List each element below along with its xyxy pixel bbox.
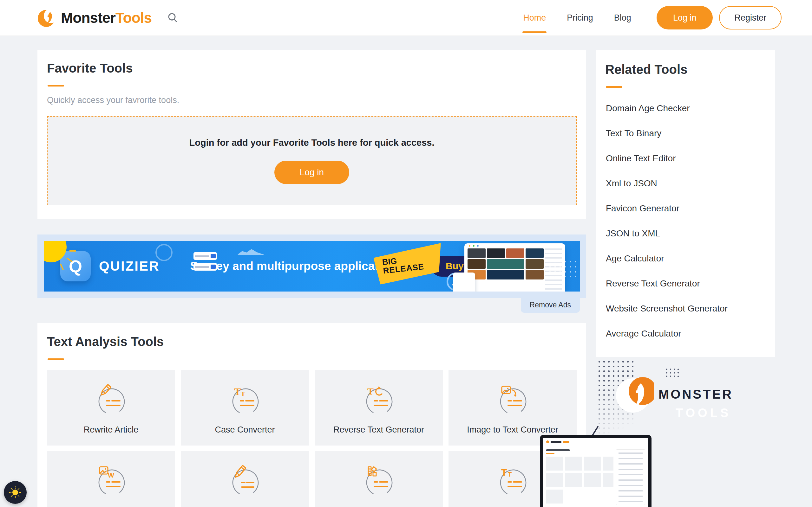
chart-card-decor xyxy=(453,273,475,291)
image-w-icon: W xyxy=(92,462,130,502)
favorite-tools-title: Favorite Tools xyxy=(47,61,577,75)
cloud-decor xyxy=(237,249,264,255)
related-link-text-to-binary[interactable]: Text To Binary xyxy=(605,121,766,146)
main-column: Favorite Tools Quickly access your favro… xyxy=(38,50,586,507)
favorite-tools-subtitle: Quickly access your favrorite tools. xyxy=(47,95,577,105)
related-link-json-to-xml[interactable]: JSON to XML xyxy=(605,221,766,246)
related-link-average-calculator[interactable]: Average Calculator xyxy=(605,321,766,346)
search-icon[interactable] xyxy=(167,12,178,23)
tool-card-rewrite-article[interactable]: Rewrite Article xyxy=(47,370,175,446)
quizier-logo: Q xyxy=(60,251,91,281)
ad-brand-name: QUIZIER xyxy=(99,259,159,274)
ui-chip-decor xyxy=(194,263,217,271)
tool-label: JPG To Word xyxy=(86,506,136,507)
accent-underline xyxy=(48,358,64,360)
circle-decor xyxy=(155,244,172,261)
dots-pattern-decor xyxy=(548,259,578,277)
text-rotate-icon: T xyxy=(360,381,398,420)
remove-ads-button[interactable]: Remove Ads xyxy=(521,298,580,313)
monster-logo-icon xyxy=(38,8,57,28)
main-nav: Home Pricing Blog xyxy=(522,11,632,25)
login-prompt-text: Login for add your Favorite Tools here f… xyxy=(189,137,435,148)
theme-toggle-button[interactable] xyxy=(4,481,27,504)
nav-item-home[interactable]: Home xyxy=(522,11,547,25)
svg-text:T: T xyxy=(367,386,374,396)
small-text-icon: T T xyxy=(494,462,531,502)
related-link-reverse-text-generator[interactable]: Reverse Text Generator xyxy=(605,271,766,296)
tool-grid: Rewrite Article T T Case Converte xyxy=(47,370,577,507)
ad-banner[interactable]: Q QUIZIER Survey and multipurpose applic… xyxy=(44,241,580,291)
svg-text:T: T xyxy=(508,471,512,478)
ad-tagline: Survey and multipurpose application xyxy=(190,260,396,273)
related-tools-title: Related Tools xyxy=(605,62,766,77)
nav-item-pricing[interactable]: Pricing xyxy=(566,11,594,25)
tool-card-rgb-to-hex-converter[interactable]: RGB to Hex Converter xyxy=(315,451,443,507)
page-content: Favorite Tools Quickly access your favro… xyxy=(0,36,812,507)
favorite-login-button[interactable]: Log in xyxy=(274,161,349,184)
related-link-age-calculator[interactable]: Age Calculator xyxy=(605,246,766,271)
tool-card-case-converter[interactable]: T T Case Converter xyxy=(181,370,309,446)
pencil-edit-icon xyxy=(226,462,264,502)
tool-label: Reverse Text Generator xyxy=(334,425,424,435)
svg-text:W: W xyxy=(108,471,114,479)
sidebar: Related Tools Domain Age Checker Text To… xyxy=(596,50,775,357)
tool-card-online-text-editor[interactable]: Online Text Editor xyxy=(181,451,309,507)
browser-dots xyxy=(467,245,480,247)
svg-text:T: T xyxy=(234,386,241,397)
register-button[interactable]: Register xyxy=(719,6,781,30)
brand-logo[interactable]: MonsterTools xyxy=(38,8,152,28)
image-arrow-icon xyxy=(494,381,531,420)
tool-label: Image to Text Converter xyxy=(467,425,558,435)
pencil-document-icon xyxy=(92,381,130,420)
big-release-ribbon: BIG RELEASE xyxy=(373,243,444,285)
tool-card-jpg-to-word[interactable]: W JPG To Word xyxy=(47,451,175,507)
related-link-xml-to-json[interactable]: Xml to JSON xyxy=(605,171,766,196)
ui-chip-decor xyxy=(194,252,217,260)
accent-underline xyxy=(606,86,622,88)
tool-card-image-to-text-converter[interactable]: Image to Text Converter xyxy=(449,370,577,446)
favorite-tools-section: Favorite Tools Quickly access your favro… xyxy=(38,50,586,219)
related-link-website-screenshot-generator[interactable]: Website Screenshot Generator xyxy=(605,296,766,321)
text-analysis-tools-title: Text Analysis Tools xyxy=(47,335,577,349)
top-navigation-bar: MonsterTools Home Pricing Blog Log in Re… xyxy=(0,0,812,36)
related-tools-list: Domain Age Checker Text To Binary Online… xyxy=(605,96,766,346)
related-link-domain-age-checker[interactable]: Domain Age Checker xyxy=(605,96,766,121)
tool-label: Rewrite Article xyxy=(84,425,139,435)
accent-underline xyxy=(48,85,64,87)
related-link-online-text-editor[interactable]: Online Text Editor xyxy=(605,146,766,171)
letter-case-icon: T T xyxy=(226,381,264,420)
related-link-favicon-generator[interactable]: Favicon Generator xyxy=(605,196,766,221)
sun-icon xyxy=(9,486,21,499)
tool-card-reverse-text-generator[interactable]: T Reverse Text Generator xyxy=(315,370,443,446)
tool-label: Online Text Editor xyxy=(211,506,279,507)
login-button[interactable]: Log in xyxy=(657,6,713,30)
nav-item-blog[interactable]: Blog xyxy=(613,11,632,25)
advertisement-container: Q QUIZIER Survey and multipurpose applic… xyxy=(38,234,586,298)
svg-text:T: T xyxy=(241,390,245,398)
sun-ray-decor xyxy=(69,250,76,251)
svg-text:T: T xyxy=(501,467,507,477)
related-tools-section: Related Tools Domain Age Checker Text To… xyxy=(596,50,775,357)
tool-label: Case Converter xyxy=(215,425,275,435)
tool-label: RGB to Hex Converter xyxy=(336,506,421,507)
brand-name: MonsterTools xyxy=(61,9,152,26)
color-swatch-icon xyxy=(360,462,398,502)
favorite-login-box: Login for add your Favorite Tools here f… xyxy=(47,116,577,205)
text-analysis-tools-section: Text Analysis Tools xyxy=(38,323,586,507)
